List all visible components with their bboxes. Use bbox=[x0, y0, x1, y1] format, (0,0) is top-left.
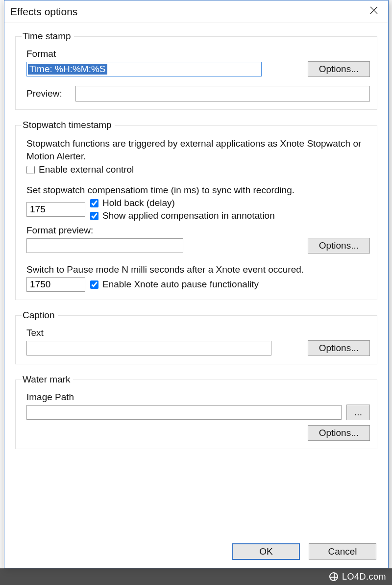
preview-label: Preview: bbox=[26, 88, 71, 99]
dialog-body: Time stamp Format Time: %H:%M:%S Options… bbox=[4, 23, 388, 449]
holdback-label: Hold back (delay) bbox=[102, 198, 175, 208]
compensation-input[interactable] bbox=[26, 202, 85, 217]
stopwatch-options-button[interactable]: Options... bbox=[308, 238, 370, 254]
watermark-options-button[interactable]: Options... bbox=[308, 425, 370, 441]
pause-enable-checkbox[interactable]: Enable Xnote auto pause functionality bbox=[90, 279, 259, 290]
caption-text-input[interactable] bbox=[26, 341, 271, 356]
titlebar: Effects options bbox=[4, 0, 388, 23]
close-icon bbox=[370, 6, 378, 14]
compensation-label: Set stopwatch compensatiom time (in ms) … bbox=[26, 185, 370, 196]
stopwatch-description: Stopwatch functions are triggered by ext… bbox=[26, 137, 370, 162]
format-input-value: Time: %H:%M:%S bbox=[28, 64, 107, 75]
format-input[interactable]: Time: %H:%M:%S bbox=[26, 62, 262, 76]
group-stopwatch-legend: Stopwatch timestamp bbox=[22, 120, 115, 130]
group-watermark-legend: Water mark bbox=[22, 374, 73, 385]
close-button[interactable] bbox=[360, 0, 388, 20]
group-watermark: Water mark Image Path ... Options... bbox=[15, 374, 377, 449]
footer-text: LO4D.com bbox=[342, 572, 386, 582]
format-label: Format bbox=[26, 49, 370, 59]
pause-enable-input[interactable] bbox=[90, 280, 98, 289]
group-stopwatch: Stopwatch timestamp Stopwatch functions … bbox=[15, 120, 377, 300]
timestamp-options-button[interactable]: Options... bbox=[308, 61, 370, 77]
group-timestamp-legend: Time stamp bbox=[22, 31, 74, 42]
caption-text-label: Text bbox=[26, 328, 370, 338]
format-preview-label: Format preview: bbox=[26, 225, 370, 236]
show-comp-label: Show applied compensation in annotation bbox=[102, 210, 275, 221]
watermark-path-label: Image Path bbox=[26, 392, 370, 403]
group-caption-legend: Caption bbox=[22, 310, 58, 321]
show-comp-input[interactable] bbox=[90, 212, 98, 220]
format-preview-input[interactable] bbox=[26, 238, 183, 253]
pause-enable-label: Enable Xnote auto pause functionality bbox=[102, 279, 259, 290]
dialog-button-row: OK Cancel bbox=[232, 543, 376, 560]
group-caption: Caption Text Options... bbox=[15, 310, 377, 364]
pause-desc: Switch to Pause mode N milli seconds aft… bbox=[26, 264, 370, 275]
footer-badge: LO4D.com bbox=[0, 568, 392, 585]
cancel-button[interactable]: Cancel bbox=[309, 543, 376, 560]
window-title: Effects options bbox=[10, 6, 77, 18]
watermark-path-input[interactable] bbox=[26, 405, 342, 420]
pause-ms-input[interactable] bbox=[26, 277, 85, 292]
preview-box bbox=[75, 86, 370, 102]
watermark-browse-button[interactable]: ... bbox=[346, 405, 370, 420]
group-timestamp: Time stamp Format Time: %H:%M:%S Options… bbox=[15, 31, 377, 110]
holdback-checkbox[interactable]: Hold back (delay) bbox=[90, 198, 275, 208]
ok-button[interactable]: OK bbox=[232, 543, 300, 560]
enable-external-checkbox[interactable]: Enable external control bbox=[26, 164, 370, 175]
enable-external-input[interactable] bbox=[26, 166, 35, 174]
enable-external-label: Enable external control bbox=[39, 164, 134, 175]
globe-icon bbox=[329, 572, 338, 581]
holdback-input[interactable] bbox=[90, 199, 98, 207]
effects-options-dialog: Effects options Time stamp Format Time: … bbox=[4, 0, 389, 568]
caption-options-button[interactable]: Options... bbox=[308, 340, 370, 356]
show-comp-checkbox[interactable]: Show applied compensation in annotation bbox=[90, 210, 275, 221]
